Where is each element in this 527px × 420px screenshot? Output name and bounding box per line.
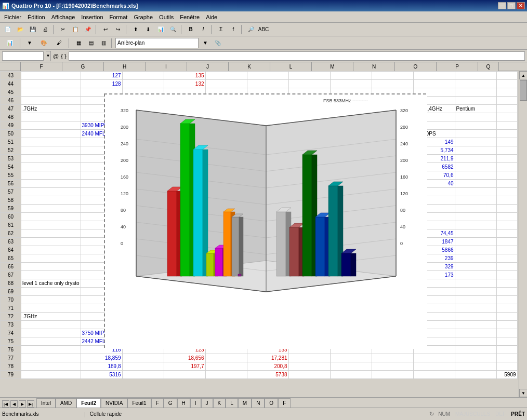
cell-n70[interactable] xyxy=(372,296,413,304)
cell-n57[interactable] xyxy=(372,188,413,196)
cell-k69[interactable] xyxy=(247,288,288,296)
cell-f54[interactable] xyxy=(21,163,81,171)
open-button[interactable]: 📂 xyxy=(15,24,26,35)
cell-l58[interactable] xyxy=(288,196,330,205)
cell-f68[interactable]: level 1 cache only drysto xyxy=(21,279,81,288)
cell-o73[interactable] xyxy=(413,321,455,329)
cell-p67[interactable] xyxy=(455,271,496,279)
cell-k75[interactable] xyxy=(247,337,288,346)
menu-fichier[interactable]: Fichier xyxy=(1,13,24,21)
cell-q63[interactable] xyxy=(496,238,517,246)
cell-m71[interactable] xyxy=(330,304,372,313)
cell-q76[interactable] xyxy=(496,346,517,354)
menu-affichage[interactable]: Affichage xyxy=(48,13,78,21)
cell-m59[interactable] xyxy=(330,205,372,213)
cell-f64[interactable] xyxy=(21,246,81,254)
cell-i75[interactable] xyxy=(164,337,205,346)
cell-j55[interactable] xyxy=(205,171,247,180)
cell-o61[interactable] xyxy=(413,221,455,229)
cell-j44[interactable] xyxy=(205,80,247,88)
cell-j53[interactable] xyxy=(205,155,247,163)
col-header-q[interactable]: Q xyxy=(478,62,499,71)
cell-q52[interactable] xyxy=(496,146,517,155)
minimize-button[interactable]: ─ xyxy=(498,2,506,9)
cell-k78[interactable]: 200,8 xyxy=(247,362,288,371)
cell-m57[interactable] xyxy=(330,188,372,196)
bold-button[interactable]: B xyxy=(185,24,196,35)
cell-k50[interactable] xyxy=(247,130,288,138)
print-button[interactable]: 🖨 xyxy=(39,24,51,35)
maximize-button[interactable]: □ xyxy=(507,2,516,9)
grid-scroll[interactable]: 4312713544128132454647.7GHzPentium 4m 4 … xyxy=(0,71,519,397)
new-button[interactable]: 📄 xyxy=(2,24,14,35)
cell-o59[interactable]: - xyxy=(413,205,455,213)
cell-m61[interactable] xyxy=(330,221,372,229)
cell-p61[interactable] xyxy=(455,221,496,229)
find-button[interactable]: 🔎 xyxy=(245,24,257,35)
cell-f78[interactable] xyxy=(21,362,81,371)
cell-f73[interactable] xyxy=(21,321,81,329)
cell-j74[interactable] xyxy=(205,329,247,337)
scroll-up-button[interactable]: ▲ xyxy=(519,71,527,79)
cell-j45[interactable] xyxy=(205,88,247,97)
cell-m44[interactable] xyxy=(330,80,372,88)
cell-q74[interactable] xyxy=(496,329,517,337)
tb2-grid-btn[interactable]: ▦ xyxy=(73,38,84,48)
cell-o74[interactable] xyxy=(413,329,455,337)
vertical-scrollbar[interactable]: ▲ ▼ xyxy=(519,71,527,397)
cell-p55[interactable] xyxy=(455,171,496,180)
cell-h79[interactable] xyxy=(122,371,164,379)
cell-f50[interactable] xyxy=(21,130,81,138)
cell-g62[interactable]: 70,3 xyxy=(81,229,122,238)
undo-button[interactable]: ↩ xyxy=(100,24,111,35)
cell-i46[interactable] xyxy=(164,97,205,105)
cell-m48[interactable] xyxy=(330,113,372,121)
cell-m77[interactable] xyxy=(330,354,372,362)
cell-q66[interactable] xyxy=(496,263,517,271)
cell-f62[interactable] xyxy=(21,229,81,238)
cell-p75[interactable] xyxy=(455,337,496,346)
cell-n44[interactable] xyxy=(372,80,413,88)
cell-q59[interactable] xyxy=(496,205,517,213)
cell-g78[interactable]: 189,8 xyxy=(81,362,122,371)
cell-g50[interactable]: 2440 MFLOPS xyxy=(81,130,122,138)
cell-o67[interactable]: 173 xyxy=(413,271,455,279)
cell-q61[interactable] xyxy=(496,221,517,229)
col-header-l[interactable]: L xyxy=(270,62,312,71)
cell-f65[interactable] xyxy=(21,254,81,263)
sheet-tab-f2[interactable]: F xyxy=(278,398,291,408)
cell-j57[interactable] xyxy=(205,188,247,196)
cell-j52[interactable] xyxy=(205,146,247,155)
cell-m49[interactable] xyxy=(330,121,372,130)
cell-n66[interactable] xyxy=(372,263,413,271)
cell-f75[interactable] xyxy=(21,337,81,346)
cell-p68[interactable] xyxy=(455,279,496,288)
menu-outils[interactable]: Outils xyxy=(156,13,177,21)
cell-q70[interactable] xyxy=(496,296,517,304)
tb2-btn4[interactable]: 🖌 xyxy=(52,38,67,48)
cell-h53[interactable] xyxy=(122,155,164,163)
cell-h57[interactable] xyxy=(122,188,164,196)
cell-h75[interactable] xyxy=(122,337,164,346)
cell-h51[interactable] xyxy=(122,138,164,146)
cell-q73[interactable] xyxy=(496,321,517,329)
cell-j59[interactable] xyxy=(205,205,247,213)
cell-p50[interactable] xyxy=(455,130,496,138)
cell-f52[interactable] xyxy=(21,146,81,155)
col-header-n[interactable]: N xyxy=(353,62,395,71)
cell-k55[interactable] xyxy=(247,171,288,180)
cell-i43[interactable]: 135 xyxy=(164,72,205,80)
cell-n52[interactable] xyxy=(372,146,413,155)
cell-j47[interactable] xyxy=(205,105,247,113)
cell-h46[interactable] xyxy=(122,97,164,105)
at-sign[interactable]: @ xyxy=(53,53,59,59)
cell-n74[interactable] xyxy=(372,329,413,337)
cell-p63[interactable] xyxy=(455,238,496,246)
cell-l71[interactable] xyxy=(288,304,330,313)
cell-l69[interactable] xyxy=(288,288,330,296)
cell-i53[interactable] xyxy=(164,155,205,163)
cell-h69[interactable] xyxy=(122,288,164,296)
cell-q45[interactable] xyxy=(496,88,517,97)
cell-h44[interactable] xyxy=(122,80,164,88)
cell-o78[interactable] xyxy=(413,362,455,371)
